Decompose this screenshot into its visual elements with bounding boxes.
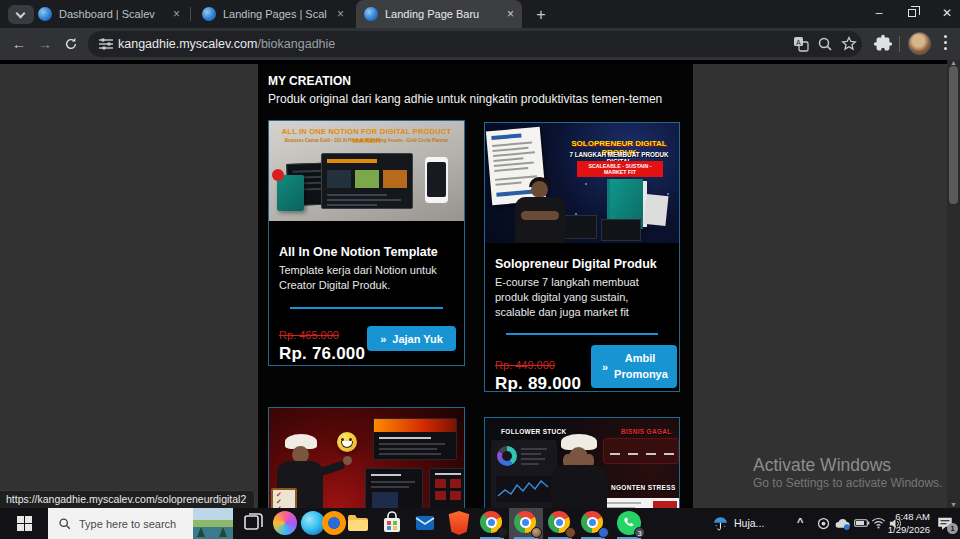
url-path: /biokangadhie: [257, 37, 335, 51]
weather-umbrella-icon[interactable]: [712, 515, 729, 532]
tab-landing-page-baru[interactable]: Landing Page Baru ×: [356, 0, 522, 28]
scalev-favicon-icon: [364, 7, 378, 21]
laptop-mockup: [321, 153, 413, 209]
scrollbar-thumb[interactable]: [949, 66, 958, 204]
back-button[interactable]: ←: [8, 33, 30, 55]
person-figure: [343, 456, 352, 465]
chrome-window-4-button[interactable]: [576, 508, 610, 539]
close-tab-icon[interactable]: ×: [497, 7, 514, 21]
product-description: E-course 7 langkah membuat produk digita…: [495, 275, 669, 321]
landing-page-content: MY CREATION Produk original dari kang ad…: [258, 64, 693, 508]
windows-taskbar: Type here to search: [0, 508, 960, 539]
chrome-window-3-button[interactable]: [543, 508, 577, 539]
status-bar-link: https://kangadhie.myscalev.com/soloprene…: [0, 490, 255, 508]
onedrive-tray-icon[interactable]: [834, 516, 851, 531]
image-label: NGONTEN STRESS: [611, 484, 676, 491]
zoom-magnifier-icon[interactable]: [817, 36, 833, 52]
weather-label[interactable]: Huja...: [734, 517, 764, 529]
taskbar-search-input[interactable]: Type here to search: [48, 508, 233, 539]
scrollbar[interactable]: ▲ ▼: [947, 60, 960, 508]
product-image-fourth[interactable]: FOLLOWER STUCK BISNIS GAGAL NGONTEN STRE…: [485, 418, 679, 508]
product-image-solopreneur[interactable]: SOLOPRENEUR DIGITAL PRODUK 7 LANGKAH MEM…: [485, 123, 679, 243]
product-card-notion-template[interactable]: ALL IN ONE NOTION FOR DIGITAL PRODUCT MA…: [268, 120, 465, 366]
taskbar-clock[interactable]: 6:48 AM 1/29/2026: [886, 511, 930, 536]
product-box-mockup: [277, 175, 304, 211]
chrome-window-1-button[interactable]: [475, 508, 509, 539]
notification-badge: 1: [947, 523, 958, 534]
activate-windows-watermark: Activate Windows: [753, 455, 891, 476]
page-viewport: MY CREATION Produk original dari kang ad…: [0, 60, 960, 508]
browser-menu-button[interactable]: [944, 35, 948, 53]
dashboard-mockup: [373, 418, 457, 460]
bookmark-star-icon[interactable]: [841, 36, 857, 52]
tab-landing-pages[interactable]: Landing Pages | Scalev ×: [194, 0, 352, 28]
wifi-icon[interactable]: [871, 516, 886, 530]
whatsapp-button[interactable]: 3: [612, 508, 646, 539]
product-image-subline: Bonuses Canva Gold - 101 AI Prompt Marke…: [275, 138, 458, 143]
chrome-window-2-button[interactable]: [509, 508, 543, 539]
outlook-button[interactable]: [408, 508, 442, 539]
person-figure: [531, 181, 548, 198]
card-divider: [506, 333, 657, 335]
discount-badge: [272, 169, 284, 181]
start-button[interactable]: [0, 508, 48, 539]
site-info-tune-icon[interactable]: [98, 36, 114, 52]
chevrons-right-icon: »: [602, 361, 608, 373]
product-description: Template kerja dari Notion untuk Creator…: [279, 263, 454, 293]
smiley-emoji-icon: [337, 432, 357, 452]
tab-dashboard[interactable]: Dashboard | Scalev ×: [30, 0, 188, 28]
search-highlight-image[interactable]: [193, 508, 233, 539]
close-tab-icon[interactable]: ×: [327, 7, 344, 21]
forward-button[interactable]: →: [34, 33, 56, 55]
battery-icon[interactable]: [854, 516, 870, 530]
action-center-button[interactable]: 1: [936, 515, 954, 531]
product-card-third[interactable]: ✓✓✓: [268, 407, 465, 508]
tab-strip: Dashboard | Scalev × Landing Pages | Sca…: [0, 0, 960, 28]
task-view-button[interactable]: [236, 508, 270, 539]
scalev-favicon-icon: [202, 7, 216, 21]
close-tab-icon[interactable]: ×: [163, 7, 180, 21]
activate-windows-subtext: Go to Settings to activate Windows.: [753, 476, 942, 490]
address-bar[interactable]: kangadhie.myscalev.com/biokangadhie A: [88, 31, 862, 57]
search-placeholder: Type here to search: [79, 518, 176, 530]
paper-mockup: [643, 194, 668, 226]
profile-badge: [598, 527, 609, 538]
buy-button[interactable]: » Ambil Promonya: [591, 345, 677, 388]
screen-mockup: [601, 219, 641, 241]
window-restore-button[interactable]: [896, 0, 930, 28]
brave-icon: [447, 511, 471, 535]
file-explorer-button[interactable]: [341, 508, 375, 539]
brave-button[interactable]: [442, 508, 476, 539]
product-card-solopreneur[interactable]: SOLOPRENEUR DIGITAL PRODUK 7 LANGKAH MEM…: [484, 122, 680, 392]
profile-avatar[interactable]: [908, 32, 931, 55]
product-title: All In One Notion Template: [279, 245, 438, 259]
buy-button[interactable]: » Jajan Yuk: [367, 326, 456, 351]
old-price: Rp. 449.000: [495, 359, 555, 371]
window-minimize-button[interactable]: –: [862, 0, 896, 28]
scroll-down-icon[interactable]: ▼: [947, 501, 960, 508]
product-image-ribbon: SCALEABLE - SUSTAIN - MARKET FIT: [577, 161, 663, 177]
profile-badge: [531, 527, 542, 538]
product-card-fourth[interactable]: FOLLOWER STUCK BISNIS GAGAL NGONTEN STRE…: [484, 417, 680, 508]
url-text[interactable]: kangadhie.myscalev.com/biokangadhie: [118, 37, 335, 51]
tray-chevron-icon[interactable]: ^: [797, 516, 803, 528]
folder-icon: [346, 511, 370, 535]
teams-tray-icon[interactable]: [816, 516, 831, 531]
extensions-puzzle-icon[interactable]: [872, 33, 894, 55]
new-tab-button[interactable]: +: [530, 4, 552, 26]
browser-screenshot-mockup: [597, 498, 679, 508]
reload-button[interactable]: [60, 33, 82, 55]
analytics-mockup: [491, 440, 557, 508]
translate-icon[interactable]: A: [793, 36, 809, 52]
product-title: Solopreneur Digital Produk: [495, 257, 657, 271]
task-view-icon: [241, 511, 265, 535]
profile-badge: [565, 527, 576, 538]
profile-badge: [497, 527, 508, 538]
microsoft-store-button[interactable]: [375, 508, 409, 539]
section-title: MY CREATION: [268, 74, 351, 88]
product-image-third[interactable]: ✓✓✓: [269, 408, 464, 508]
toolbar-separator: [899, 36, 900, 52]
screen-mockup: [563, 215, 597, 239]
window-close-button[interactable]: ✕: [930, 0, 960, 28]
product-image-notion[interactable]: ALL IN ONE NOTION FOR DIGITAL PRODUCT MA…: [269, 121, 464, 221]
